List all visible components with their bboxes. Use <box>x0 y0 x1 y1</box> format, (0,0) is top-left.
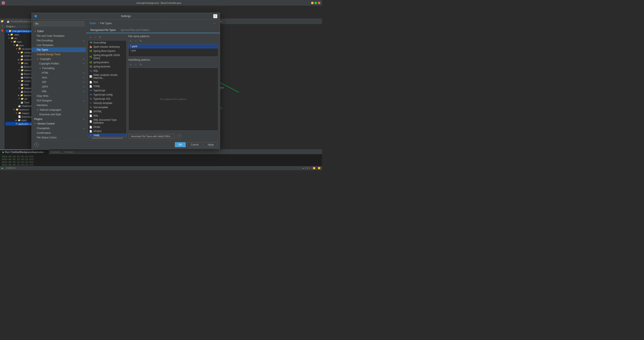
ok-button[interactable]: OK <box>175 142 186 147</box>
tab-recognized-file-types[interactable]: Recognized File Types <box>88 27 118 33</box>
ft-item-staticanalysis[interactable]: 📊 Static analysis results intercha... <box>88 73 126 80</box>
stree-file-encodings[interactable]: File Encodings ≡ <box>32 38 86 43</box>
stree-jsp[interactable]: JSP ≡ <box>32 80 86 84</box>
stree-java[interactable]: Java ≡ <box>32 75 86 80</box>
ft-item-xmldtd[interactable]: 📄 XML Document Type Definition <box>88 118 126 125</box>
stree-plugins[interactable]: Plugins ≡ <box>32 117 86 121</box>
stree-fe-icon: ≡ <box>83 40 84 42</box>
ft-item-text[interactable]: 📄 Text <box>88 80 126 84</box>
tree-label-appyml-file: application.yml <box>18 123 34 125</box>
stree-android-design[interactable]: Android Design Tools <box>32 52 86 57</box>
stree-editor[interactable]: ▼ Editor <box>32 29 86 34</box>
stree-file-types[interactable]: File Types <box>32 48 86 52</box>
associate-file-types-button[interactable]: Associate File Types with IntelliJ IDEA.… <box>128 134 175 139</box>
stree-natural-languages[interactable]: ▼ Natural Languages <box>32 107 86 112</box>
stree-inlay-hints[interactable]: Inlay Hints <box>32 94 86 98</box>
settings-breadcrumb-editor[interactable]: Editor <box>90 22 96 25</box>
ft-edit-button[interactable]: ✎ <box>98 35 102 40</box>
tab-ignored-files[interactable]: Ignored Files and Folders <box>118 27 152 33</box>
stree-live-templates[interactable]: Live Templates <box>32 43 86 48</box>
status-caret-down[interactable]: 🔽 <box>318 167 320 169</box>
fnp-item-yml[interactable]: *.yml <box>128 49 218 53</box>
log-line-3: 2023-05-28 22:42:12.074 <box>2 161 320 163</box>
java-file-icon-path: ☕ <box>20 76 24 79</box>
fnp-remove-button[interactable]: − <box>133 39 138 43</box>
bottom-tab-actuator[interactable]: Actuator <box>62 149 76 154</box>
ft-item-yaml[interactable]: Y YAML <box>88 133 126 136</box>
nav-forward-button[interactable]: → <box>212 21 216 25</box>
stree-vcs[interactable]: ▼ Version Control <box>32 121 86 126</box>
minimize-button[interactable] <box>311 2 314 4</box>
bottom-tab-console[interactable]: Console <box>49 149 62 154</box>
ft-item-tsconfig[interactable]: TS TypeScript config <box>88 93 126 97</box>
list-scrollbar-thumb[interactable] <box>92 138 123 139</box>
stree-gui-designer[interactable]: GUI Designer ≡ <box>32 98 86 103</box>
stree-formatting-label: Formatting <box>42 67 54 70</box>
stree-changelists[interactable]: Changelists ≡ <box>32 126 86 131</box>
ft-remove-button[interactable]: − <box>93 35 98 40</box>
stree-grammar[interactable]: Grammar and Style <box>32 112 86 117</box>
project-icon[interactable]: 📁 <box>0 19 4 23</box>
ft-item-typescript[interactable]: TS TypeScript <box>88 88 126 93</box>
hbp-add-button[interactable]: + <box>128 62 133 67</box>
ft-icon-xhtml: 📄 <box>89 110 92 113</box>
apply-button[interactable]: Apply <box>204 142 218 147</box>
stree-intentions[interactable]: Intentions <box>32 103 86 107</box>
ft-item-sql[interactable]: 🗃 SQL <box>88 69 126 73</box>
list-scrollbar-track <box>88 137 126 139</box>
ft-item-vue[interactable]: V Vue template <box>88 105 126 109</box>
ft-item-xpath[interactable]: 📄 XPath <box>88 125 126 129</box>
ft-item-xpath2[interactable]: 📄 XPath2 <box>88 129 126 133</box>
status-caret-up[interactable]: 🔼 <box>313 167 315 169</box>
ft-icon-tsjsx: TS <box>89 97 92 100</box>
bookmark-icon[interactable]: 🔖 <box>0 29 4 32</box>
cancel-button[interactable]: Cancel <box>188 142 202 147</box>
ft-item-springmongo[interactable]: 🌿 Spring MongoDB JSON Query <box>88 53 126 60</box>
stree-file-status-colors[interactable]: File Status Colors <box>32 135 86 140</box>
stree-file-code-templates[interactable]: File and Code Templates <box>32 34 86 38</box>
ft-label-springfactories: spring.factories <box>93 65 110 68</box>
stree-copyright-profiles[interactable]: Copyright Profiles ≡ <box>32 61 86 66</box>
ft-label-staticanalysis: Static analysis results intercha... <box>93 74 125 79</box>
ft-item-tsjsx[interactable]: TS TypeScript JSX <box>88 97 126 101</box>
run-close[interactable]: × <box>45 151 46 153</box>
stree-html[interactable]: HTML ≡ <box>32 71 86 75</box>
hbp-remove-button[interactable]: − <box>133 62 138 67</box>
stree-formatting[interactable]: ▼ Formatting <box>32 66 86 71</box>
maximize-button[interactable] <box>314 2 317 4</box>
nav-back-button[interactable]: ← <box>160 21 164 25</box>
help-button[interactable]: ? <box>177 134 182 139</box>
ft-item-springfactories[interactable]: 🌿 spring.factories <box>88 65 126 69</box>
ft-item-xhtml[interactable]: 📄 XHTML <box>88 109 126 114</box>
ft-item-xml[interactable]: 📄 XML <box>88 114 126 118</box>
fnp-edit-button[interactable]: ✎ <box>138 39 143 43</box>
project-dropdown[interactable]: ▾ <box>14 25 15 28</box>
close-button[interactable] <box>318 2 320 4</box>
ft-add-button[interactable]: + <box>88 35 92 40</box>
fnp-item-yaml[interactable]: *.yaml <box>128 44 218 49</box>
tree-label-resources: resources <box>19 108 29 111</box>
stree-copyright[interactable]: ▼ Copyright ≡ <box>32 57 86 61</box>
structure-icon[interactable]: ≡ <box>0 24 4 28</box>
footer-help-button[interactable]: ? <box>34 142 39 147</box>
ft-icon-yaml: Y <box>89 134 92 136</box>
stree-xml[interactable]: XML ≡ <box>32 89 86 94</box>
ft-item-springboot[interactable]: 🌿 Spring Boot imports <box>88 49 126 53</box>
dialog-close-button[interactable]: × <box>213 14 218 18</box>
stree-jsp-label: JSP <box>42 81 46 84</box>
ft-icon-xpath: 📄 <box>89 126 92 128</box>
settings-search-input[interactable] <box>33 21 84 26</box>
ft-item-velocity[interactable]: V Velocity template <box>88 101 126 105</box>
bottom-tab-run[interactable]: ▶ Run: ChatGtp4BackgroundApplication × <box>0 149 49 154</box>
hbp-edit-button[interactable]: ✎ <box>138 62 143 67</box>
ft-icon-sql: 🗃 <box>89 69 92 72</box>
fnp-add-button[interactable]: + <box>128 39 133 43</box>
stree-confirmation[interactable]: Confirmation <box>32 131 86 135</box>
ft-item-springbinders[interactable]: 🌿 spring.binders <box>88 60 126 65</box>
ft-item-spell[interactable]: 📚 Spell checker dictionary <box>88 45 126 49</box>
ft-item-sourcemap[interactable]: 🗺 SourceMap <box>88 41 126 45</box>
java-file-icon-cors: ☕ <box>20 55 24 57</box>
ft-label-velocity: Velocity template <box>93 102 112 105</box>
ft-item-toml[interactable]: 📄 TOML <box>88 84 126 88</box>
stree-jspx[interactable]: JSPX ≡ <box>32 84 86 89</box>
